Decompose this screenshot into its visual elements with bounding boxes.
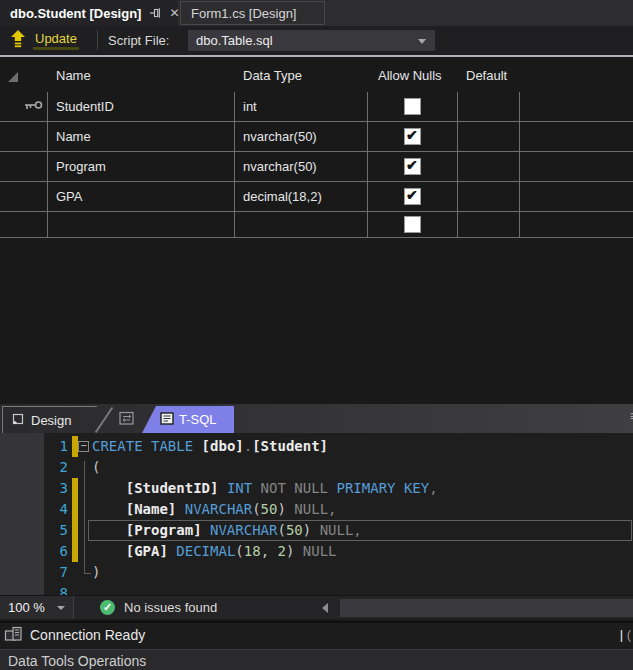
primary-key-icon <box>23 99 43 114</box>
pane-tab-strip: Design T-SQL ≡ <box>0 404 633 433</box>
code-line-8[interactable]: 8 <box>0 583 633 595</box>
chevron-down-icon <box>418 39 426 44</box>
scrollbar-thumb[interactable] <box>340 599 633 617</box>
table-row-studentid[interactable]: StudentID int <box>0 92 633 122</box>
change-bar <box>72 520 78 541</box>
name-cell[interactable]: GPA <box>48 182 235 211</box>
update-button[interactable]: Update <box>4 28 85 53</box>
table-row-gpa[interactable]: GPA decimal(18,2) <box>0 182 633 212</box>
tab-design[interactable]: Design <box>2 406 97 433</box>
allow-nulls-checkbox[interactable] <box>404 188 421 205</box>
line-number: 2 <box>44 457 68 478</box>
extra-cell <box>520 182 633 211</box>
zoom-select[interactable]: 100 % <box>0 596 74 619</box>
data-type-cell[interactable]: int <box>235 92 368 121</box>
script-file-value: dbo.Table.sql <box>196 33 273 48</box>
code-line-5[interactable]: 5 [Program] NVARCHAR(50) NULL, <box>0 520 633 541</box>
code-text: [Program] NVARCHAR(50) NULL, <box>92 520 362 541</box>
code-line-1[interactable]: 1−CREATE TABLE [dbo].[Student] <box>0 436 633 457</box>
table-row-new[interactable] <box>0 212 633 238</box>
name-cell[interactable]: StudentID <box>48 92 235 121</box>
allow-nulls-checkbox[interactable] <box>404 158 421 175</box>
change-bar <box>72 478 78 499</box>
line-number: 8 <box>44 583 68 595</box>
document-tab-bar: dbo.Student [Design] ✕ Form1.cs [Design] <box>0 0 633 26</box>
column-header-data-type: Data Type <box>243 62 302 90</box>
data-type-cell[interactable]: nvarchar(50) <box>235 152 368 181</box>
fold-collapse-icon[interactable]: − <box>78 441 89 452</box>
name-cell[interactable]: Name <box>48 122 235 151</box>
tab-title: Form1.cs [Design] <box>191 6 296 21</box>
allow-nulls-cell <box>368 122 458 151</box>
editor-status-strip: 100 % ✓ No issues found <box>0 595 633 619</box>
allow-nulls-checkbox[interactable] <box>404 216 421 233</box>
toolbar-separator <box>97 30 98 50</box>
code-text: [StudentID] INT NOT NULL PRIMARY KEY, <box>92 478 438 499</box>
health-indicator[interactable]: ✓ No issues found <box>100 596 217 619</box>
allow-nulls-cell <box>368 92 458 121</box>
column-header-allow-nulls: Allow Nulls <box>378 62 442 90</box>
table-designer-grid: Name Data Type Allow Nulls Default Stude… <box>0 57 633 404</box>
tsql-code-editor[interactable]: 1−CREATE TABLE [dbo].[Student]2(3 [Stude… <box>0 433 633 595</box>
data-type-cell[interactable] <box>235 212 368 237</box>
tab-design-label: Design <box>31 413 71 428</box>
allow-nulls-cell <box>368 212 458 237</box>
name-cell[interactable] <box>48 212 235 237</box>
code-text: ( <box>92 457 100 478</box>
row-header[interactable] <box>0 92 48 121</box>
connection-status-bar: Connection Ready | ( <box>0 621 633 647</box>
tab-title: dbo.Student [Design] <box>10 6 141 21</box>
extra-cell <box>520 92 633 121</box>
allow-nulls-checkbox[interactable] <box>404 128 421 145</box>
tab-tsql-label: T-SQL <box>179 412 217 427</box>
code-line-4[interactable]: 4 [Name] NVARCHAR(50) NULL, <box>0 499 633 520</box>
row-header[interactable] <box>0 182 48 211</box>
select-all-corner[interactable] <box>8 72 18 82</box>
default-cell[interactable] <box>458 122 520 151</box>
sync-panes-icon[interactable] <box>118 410 136 427</box>
connection-icon <box>4 626 28 648</box>
extra-cell <box>520 212 633 237</box>
scrollbar-left-arrow[interactable] <box>322 603 328 613</box>
row-header[interactable] <box>0 152 48 181</box>
allow-nulls-cell <box>368 182 458 211</box>
row-header[interactable] <box>0 212 48 237</box>
visual-studio-table-designer: dbo.Student [Design] ✕ Form1.cs [Design] <box>0 0 633 670</box>
code-text: CREATE TABLE [dbo].[Student] <box>92 436 328 457</box>
data-type-cell[interactable]: decimal(18,2) <box>235 182 368 211</box>
code-line-6[interactable]: 6 [GPA] DECIMAL(18, 2) NULL <box>0 541 633 562</box>
code-line-3[interactable]: 3 [StudentID] INT NOT NULL PRIMARY KEY, <box>0 478 633 499</box>
row-header[interactable] <box>0 122 48 151</box>
extra-cell <box>520 122 633 151</box>
line-number: 3 <box>44 478 68 499</box>
data-type-cell[interactable]: nvarchar(50) <box>235 122 368 151</box>
pin-icon[interactable] <box>149 7 161 19</box>
default-cell[interactable] <box>458 212 520 237</box>
allow-nulls-checkbox[interactable] <box>404 98 421 115</box>
line-number: 4 <box>44 499 68 520</box>
tab-edge-slash <box>95 407 113 433</box>
column-header-default: Default <box>466 62 507 90</box>
tab-dbo-student-design[interactable]: dbo.Student [Design] ✕ <box>0 0 178 26</box>
tab-form1-design[interactable]: Form1.cs [Design] <box>180 1 325 25</box>
line-number: 5 <box>44 520 68 541</box>
line-number: 1 <box>44 436 68 457</box>
code-line-2[interactable]: 2( <box>0 457 633 478</box>
issues-label: No issues found <box>124 600 217 615</box>
table-row-program[interactable]: Program nvarchar(50) <box>0 152 633 182</box>
close-icon[interactable]: ✕ <box>169 7 179 19</box>
script-file-combobox[interactable]: dbo.Table.sql <box>188 30 435 51</box>
update-arrow-icon <box>10 29 26 52</box>
column-header-name: Name <box>56 62 91 90</box>
default-cell[interactable] <box>458 152 520 181</box>
change-bar <box>72 541 78 562</box>
tab-tsql[interactable]: T-SQL <box>142 406 234 433</box>
default-cell[interactable] <box>458 182 520 211</box>
update-label: Update <box>33 31 79 50</box>
table-row-name[interactable]: Name nvarchar(50) <box>0 122 633 152</box>
name-cell[interactable]: Program <box>48 152 235 181</box>
default-cell[interactable] <box>458 92 520 121</box>
change-bar <box>72 499 78 520</box>
line-number: 6 <box>44 541 68 562</box>
code-line-7[interactable]: 7) <box>0 562 633 583</box>
